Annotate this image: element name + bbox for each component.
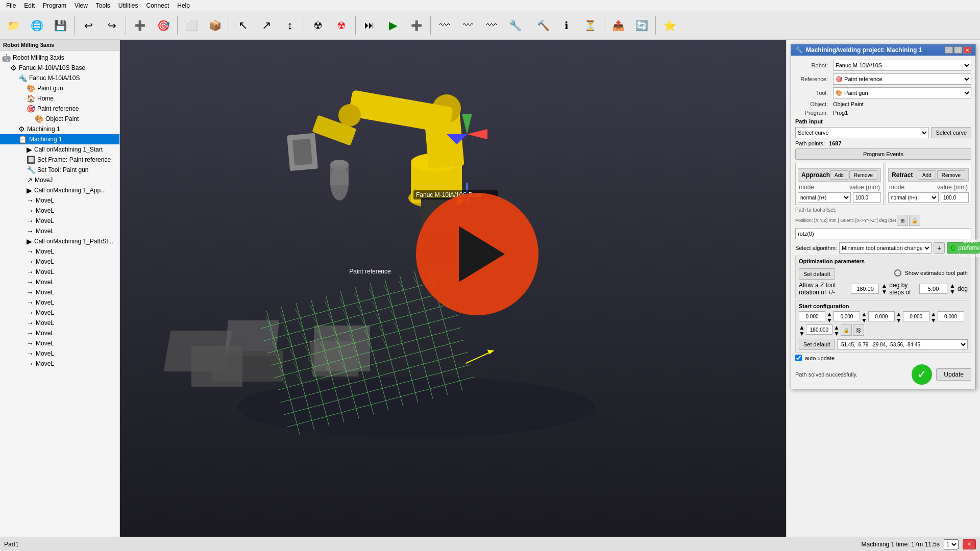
retract-mode-select[interactable]: normal (n+) <box>888 192 939 203</box>
page-select[interactable]: 1 <box>944 539 959 549</box>
open-folder-btn[interactable]: 📁 <box>2 14 24 37</box>
tree-item-set-tool[interactable]: 🔧 Set Tool: Paint gun <box>0 165 119 175</box>
refresh-btn[interactable]: 🔄 <box>630 14 653 37</box>
approach-add-btn[interactable]: Add <box>830 170 848 180</box>
tree-item-call-pathst[interactable]: ▶ Call onMachining 1_PathSt... <box>0 236 119 246</box>
tree-item-movel-6[interactable]: → MoveL <box>0 257 119 267</box>
retract-value-input[interactable] <box>941 192 969 203</box>
menu-tools[interactable]: Tools <box>92 1 114 10</box>
redo-btn[interactable]: ↪ <box>101 14 123 37</box>
approach-remove-btn[interactable]: Remove <box>849 170 877 180</box>
select-curve-btn[interactable]: Select curve <box>931 127 971 138</box>
update-btn[interactable]: Update <box>936 368 971 381</box>
show-preferred-tool-btn[interactable]: Show preferred tool path <box>947 242 980 254</box>
nuclear-btn[interactable]: ☢ <box>307 14 329 37</box>
tree-item-movel-14[interactable]: → MoveL <box>0 338 119 348</box>
tree-item-set-frame[interactable]: 🔲 Set Frame: Paint reference <box>0 155 119 165</box>
add-btn[interactable]: ➕ <box>129 14 151 37</box>
config-input-2[interactable] <box>834 311 860 321</box>
config-input-3[interactable] <box>868 311 895 321</box>
offset-input[interactable] <box>795 228 971 239</box>
tool-select[interactable]: 🎨 Paint gun <box>833 87 971 98</box>
tool-settings-btn[interactable]: 🔧 <box>504 14 526 37</box>
steps-input[interactable] <box>919 284 947 294</box>
select-curve-dropdown[interactable]: Select curve <box>795 127 929 138</box>
config5-arrows[interactable]: ▲▼ <box>799 324 805 337</box>
tree-item-obj-paint[interactable]: 🎨 Object Paint <box>0 114 119 124</box>
path3-btn[interactable]: 〰 <box>480 14 503 37</box>
menu-connect[interactable]: Connect <box>142 1 174 10</box>
menu-view[interactable]: View <box>70 1 92 10</box>
approach-mode-select[interactable]: normal (n+) <box>798 192 851 203</box>
skip-fwd-btn[interactable]: ⏭ <box>358 14 381 37</box>
select-arrow-btn[interactable]: ↖ <box>232 14 254 37</box>
tree-item-movel-1[interactable]: → MoveL <box>0 195 119 206</box>
config4-arrows[interactable]: ▲▼ <box>930 311 937 323</box>
config6-arrows[interactable]: ▲▼ <box>834 324 840 337</box>
tree-item-movel-3[interactable]: → MoveL <box>0 216 119 226</box>
dialog-minimize-btn[interactable]: – <box>945 46 953 54</box>
show-estimated-radio[interactable] <box>894 269 901 277</box>
menu-help[interactable]: Help <box>173 1 194 10</box>
config-input-5[interactable] <box>938 311 964 321</box>
tree-item-movel-13[interactable]: → MoveL <box>0 328 119 338</box>
config-input-1[interactable] <box>799 311 825 321</box>
tree-item-movel-9[interactable]: → MoveL <box>0 287 119 297</box>
config1-arrows[interactable]: ▲▼ <box>826 311 832 323</box>
tree-item-call-app[interactable]: ▶ Call onMachining 1_App... <box>0 185 119 195</box>
play-overlay-button[interactable] <box>416 193 538 315</box>
z-rotation-input[interactable] <box>851 284 879 294</box>
target-btn[interactable]: 🎯 <box>152 14 175 37</box>
tree-item-movel-12[interactable]: → MoveL <box>0 318 119 328</box>
tree-item-movel-8[interactable]: → MoveL <box>0 277 119 287</box>
tree-item-home[interactable]: 🏠 Home <box>0 93 119 104</box>
program-events-btn[interactable]: Program Events <box>795 148 971 160</box>
set-default2-btn[interactable]: Set default <box>799 339 835 350</box>
config3-arrows[interactable]: ▲▼ <box>896 311 902 323</box>
config2-arrows[interactable]: ▲▼ <box>861 311 867 323</box>
position-lock-btn[interactable]: 🔒 <box>909 215 920 226</box>
menu-edit[interactable]: Edit <box>20 1 39 10</box>
tree-item-call-start[interactable]: ▶ Call onMachining 1_Start <box>0 144 119 155</box>
tree-item-movel-4[interactable]: → MoveL <box>0 226 119 236</box>
pointer-btn[interactable]: ↕ <box>279 14 301 37</box>
tree-item-machining1[interactable]: 📋 Machining 1 <box>0 134 119 144</box>
tree-item-fanuc-base[interactable]: ⚙ Fanuc M-10iA/10S Base <box>0 63 119 73</box>
config-default-select[interactable]: -51.45, -6.79, -29.84, -53.56, -84.45, <box>837 339 968 349</box>
viewport[interactable]: Fanuc M-10iA/10S Base <box>120 40 786 537</box>
dialog-close-btn[interactable]: ✕ <box>963 46 971 54</box>
add-item-btn[interactable]: ➕ <box>405 14 428 37</box>
tree-item-movel-7[interactable]: → MoveL <box>0 267 119 277</box>
position-cal-btn[interactable]: ⊞ <box>897 215 908 226</box>
tree-item-fanuc[interactable]: 🔩 Fanuc M-10iA/10S <box>0 73 119 83</box>
path2-btn[interactable]: 〰 <box>457 14 479 37</box>
save-btn[interactable]: 💾 <box>49 14 71 37</box>
info-btn[interactable]: ℹ <box>555 14 578 37</box>
tree-item-machining-parent[interactable]: ⚙ Machining 1 <box>0 124 119 134</box>
timer-btn[interactable]: ⏳ <box>579 14 601 37</box>
config-input-4[interactable] <box>903 311 929 321</box>
tree-item-movej[interactable]: ↗ MoveJ <box>0 175 119 185</box>
reference-select[interactable]: 🎯 Paint reference <box>833 73 971 85</box>
auto-update-checkbox[interactable] <box>795 355 802 361</box>
config-input-6[interactable] <box>806 324 832 335</box>
set-default-btn[interactable]: Set default <box>799 268 835 280</box>
frame-btn[interactable]: ⬜ <box>180 14 203 37</box>
tree-item-movel-10[interactable]: → MoveL <box>0 297 119 308</box>
menu-file[interactable]: File <box>2 1 20 10</box>
export-btn[interactable]: 📤 <box>607 14 629 37</box>
undo-btn[interactable]: ↩ <box>77 14 100 37</box>
cursor-btn[interactable]: ↗ <box>255 14 278 37</box>
globe-btn[interactable]: 🌐 <box>26 14 48 37</box>
tree-item-movel-5[interactable]: → MoveL <box>0 246 119 257</box>
tree-container[interactable]: 🤖 Robot Milling 3axis ⚙ Fanuc M-10iA/10S… <box>0 51 119 537</box>
play-toolbar-btn[interactable]: ▶ <box>382 14 404 37</box>
config-link-btn[interactable]: ⛓ <box>853 324 864 336</box>
tree-item-movel-15[interactable]: → MoveL <box>0 348 119 359</box>
box-btn[interactable]: 📦 <box>204 14 226 37</box>
tree-item-root[interactable]: 🤖 Robot Milling 3axis <box>0 53 119 63</box>
dialog-restore-btn[interactable]: □ <box>954 46 962 54</box>
retract-add-btn[interactable]: Add <box>918 170 936 180</box>
wrench-btn[interactable]: 🔨 <box>532 14 554 37</box>
tree-item-paint-gun[interactable]: 🎨 Paint gun <box>0 83 119 93</box>
